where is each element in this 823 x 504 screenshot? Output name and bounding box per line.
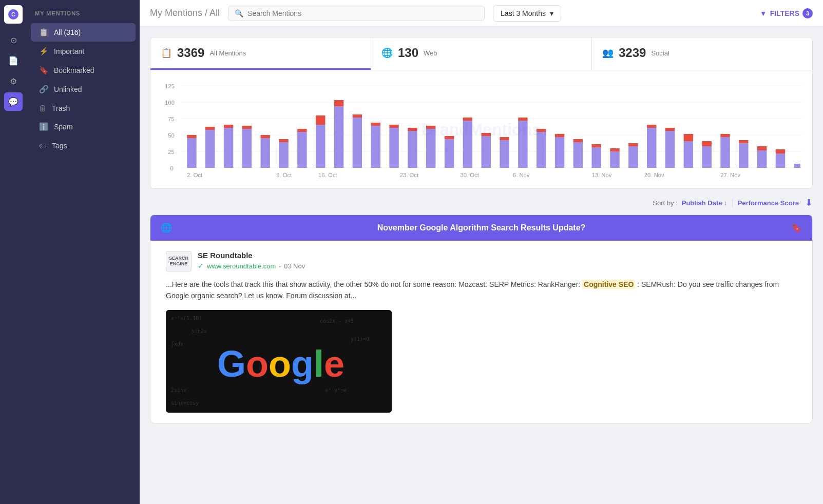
mention-text: ...Here are the tools that track this th…: [166, 279, 797, 302]
svg-rect-40: [426, 129, 435, 168]
date-filter-dropdown[interactable]: Last 3 Months ▾: [493, 5, 561, 22]
social-count: 3239: [619, 46, 646, 60]
sidebar-item-spam-label: Spam: [54, 123, 73, 131]
web-icon: 🌐: [381, 47, 393, 59]
svg-rect-61: [610, 148, 619, 151]
svg-rect-68: [684, 141, 693, 168]
source-date: 03 Nov: [284, 262, 305, 270]
svg-rect-44: [463, 121, 472, 168]
nav-mentions[interactable]: 💬: [4, 92, 23, 111]
sort-performance-score[interactable]: Performance Score: [738, 199, 799, 207]
svg-rect-49: [500, 137, 509, 140]
svg-text:0: 0: [170, 165, 173, 171]
mention-header: 🌐 November Google Algorithm Search Resul…: [150, 215, 812, 241]
svg-text:sin2x: sin2x: [192, 328, 207, 334]
page-title: My Mentions / All: [150, 8, 220, 18]
spam-icon: ℹ️: [39, 122, 49, 131]
download-button[interactable]: ⬇: [805, 197, 813, 208]
all-count: 3369: [177, 46, 204, 60]
svg-rect-50: [518, 121, 527, 168]
svg-text:cos2x - x+5: cos2x - x+5: [320, 318, 354, 324]
date-filter-label: Last 3 Months: [501, 9, 546, 17]
svg-rect-70: [702, 146, 711, 168]
svg-rect-53: [537, 129, 546, 132]
filters-button[interactable]: ▼ FILTERS 3: [760, 8, 813, 18]
svg-text:Google: Google: [217, 343, 344, 384]
svg-rect-37: [389, 125, 398, 128]
svg-rect-52: [537, 132, 546, 168]
important-icon: ⚡: [39, 47, 49, 56]
svg-rect-77: [757, 146, 767, 150]
sidebar-item-important-label: Important: [54, 47, 84, 55]
svg-rect-31: [334, 100, 343, 106]
svg-rect-46: [482, 136, 491, 168]
nav-dashboard[interactable]: ⊙: [4, 31, 23, 49]
app-logo[interactable]: C: [4, 5, 23, 24]
svg-rect-42: [445, 139, 454, 168]
source-info: SE Roundtable ✓ www.seroundtable.com · 0…: [198, 251, 305, 270]
sidebar-item-unlinked-label: Unlinked: [54, 85, 82, 93]
svg-rect-63: [628, 143, 638, 146]
svg-rect-67: [665, 128, 675, 131]
svg-rect-54: [555, 137, 564, 168]
mention-card: 🌐 November Google Algorithm Search Resul…: [150, 215, 813, 423]
svg-text:sinx=cosy: sinx=cosy: [171, 400, 199, 406]
sort-publish-date[interactable]: Publish Date: [682, 199, 728, 207]
svg-rect-23: [261, 135, 270, 138]
svg-rect-18: [224, 128, 233, 168]
svg-rect-36: [389, 128, 398, 168]
svg-rect-72: [720, 137, 730, 168]
svg-rect-66: [665, 131, 675, 168]
source-name: SE Roundtable: [198, 251, 305, 260]
nav-settings[interactable]: ⚙: [4, 72, 23, 90]
svg-text:y(1)=0: y(1)=0: [351, 336, 369, 342]
mention-type-icon: 🌐: [161, 222, 172, 234]
chart-tab-all[interactable]: 📋 3369 All Mentions: [150, 37, 371, 70]
sidebar-item-trash[interactable]: 🗑 Trash: [31, 99, 136, 117]
svg-rect-24: [279, 142, 288, 168]
svg-rect-30: [334, 106, 343, 168]
svg-text:2sinx: 2sinx: [171, 387, 186, 393]
social-label: Social: [651, 49, 669, 57]
all-label: All Mentions: [209, 49, 246, 57]
chart-tab-web[interactable]: 🌐 130 Web: [371, 37, 591, 70]
svg-rect-32: [353, 118, 362, 168]
sidebar-item-spam[interactable]: ℹ️ Spam: [31, 118, 136, 136]
mention-title: November Google Algorithm Search Results…: [178, 223, 784, 232]
sort-bar: Sort by : Publish Date | Performance Sco…: [150, 197, 813, 208]
svg-text:∫xdx: ∫xdx: [171, 341, 183, 347]
sidebar-item-tags[interactable]: 🏷 Tags: [31, 137, 136, 154]
svg-rect-15: [187, 135, 196, 138]
all-icon: 📋: [39, 28, 49, 37]
filter-icon: ▼: [760, 9, 767, 17]
search-input[interactable]: [247, 9, 478, 17]
chart-tab-social[interactable]: 👥 3239 Social: [592, 37, 812, 70]
main-area: My Mentions / All 🔍 Last 3 Months ▾ ▼ FI…: [140, 0, 823, 504]
svg-rect-80: [794, 164, 800, 168]
sort-divider: |: [732, 198, 734, 207]
svg-text:75: 75: [168, 116, 175, 122]
chevron-down-icon: ▾: [550, 9, 553, 17]
svg-rect-59: [591, 144, 601, 147]
search-box[interactable]: 🔍: [228, 6, 485, 21]
svg-rect-26: [297, 132, 307, 168]
svg-rect-64: [647, 128, 656, 168]
bookmark-icon[interactable]: 🔖: [791, 222, 802, 234]
bookmarked-icon: 🔖: [39, 66, 49, 75]
sidebar-item-important[interactable]: ⚡ Important: [31, 42, 136, 61]
source-url[interactable]: www.seroundtable.com: [207, 262, 276, 270]
svg-rect-21: [242, 126, 252, 129]
web-label: Web: [424, 49, 437, 57]
tags-icon: 🏷: [39, 141, 47, 150]
svg-text:27. Nov: 27. Nov: [720, 172, 740, 178]
sidebar-item-bookmarked-label: Bookmarked: [54, 66, 94, 74]
mention-body: SEARCHENGINE SE Roundtable ✓ www.seround…: [150, 241, 812, 423]
svg-rect-75: [739, 140, 748, 143]
mention-source: SEARCHENGINE SE Roundtable ✓ www.seround…: [166, 251, 797, 272]
sidebar-item-bookmarked[interactable]: 🔖 Bookmarked: [31, 61, 136, 80]
svg-rect-76: [757, 150, 767, 168]
nav-reports[interactable]: 📄: [4, 51, 23, 70]
verified-icon: ✓: [198, 262, 204, 270]
sidebar-item-unlinked[interactable]: 🔗 Unlinked: [31, 80, 136, 99]
sidebar-item-all[interactable]: 📋 All (316): [31, 23, 136, 42]
